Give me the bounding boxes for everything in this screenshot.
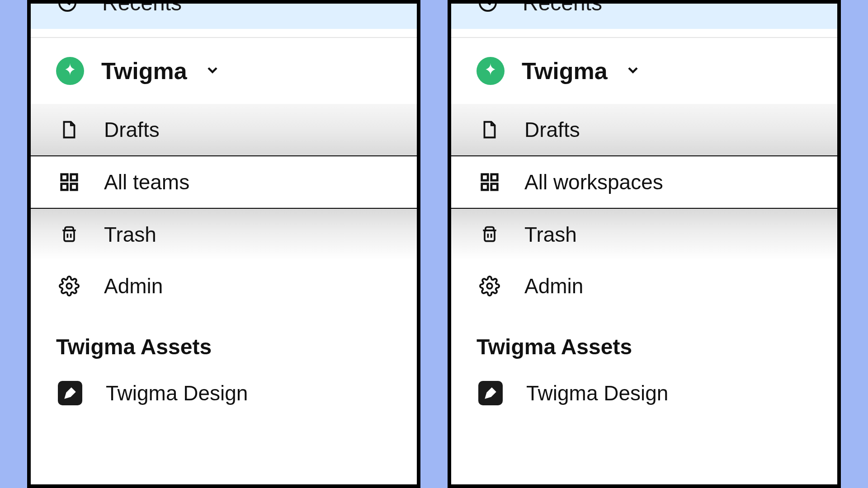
file-icon: [58, 118, 80, 141]
org-name: Twigma: [101, 57, 187, 84]
nav-item-label: Trash: [104, 222, 156, 247]
org-switcher[interactable]: Twigma: [451, 38, 837, 104]
nav-list: Drafts All teams Trash Admin: [31, 104, 417, 312]
svg-rect-1: [61, 174, 67, 180]
sidebar-panel-workspaces: Recents Twigma Drafts All workspaces: [448, 0, 841, 488]
file-icon: [478, 118, 501, 141]
nav-item-label: Recents: [102, 0, 182, 15]
org-name: Twigma: [522, 57, 608, 84]
nav-item-recents[interactable]: Recents: [451, 0, 837, 29]
section-title-assets: Twigma Assets: [451, 312, 837, 370]
nav-item-label: All teams: [104, 170, 189, 194]
nav-list: Drafts All workspaces Trash Admin: [451, 104, 837, 312]
asset-item-label: Twigma Design: [526, 381, 668, 405]
nav-item-recents[interactable]: Recents: [31, 0, 417, 29]
org-avatar: [56, 57, 84, 85]
grid-icon: [478, 171, 501, 193]
nav-item-label: Recents: [523, 0, 602, 15]
svg-rect-11: [491, 184, 497, 190]
svg-point-0: [59, 0, 75, 11]
trash-icon: [478, 223, 501, 246]
chevron-down-icon: [204, 62, 221, 80]
nav-item-admin[interactable]: Admin: [451, 260, 837, 312]
nav-item-all-teams[interactable]: All teams: [31, 156, 417, 209]
nav-item-label: Admin: [104, 274, 163, 298]
nav-item-label: Drafts: [104, 117, 160, 142]
org-avatar: [476, 57, 505, 85]
svg-rect-2: [71, 174, 77, 180]
clock-icon: [56, 0, 79, 14]
nav-item-drafts[interactable]: Drafts: [451, 104, 837, 156]
nav-item-label: Drafts: [524, 117, 580, 142]
nav-item-label: All workspaces: [524, 170, 663, 194]
pen-icon: [58, 381, 82, 405]
nav-item-label: Admin: [524, 274, 583, 298]
svg-rect-8: [482, 174, 488, 180]
spacer: [31, 29, 417, 37]
svg-point-7: [480, 0, 496, 11]
chevron-down-icon: [625, 62, 641, 80]
gear-icon: [478, 275, 501, 297]
org-switcher[interactable]: Twigma: [31, 38, 417, 104]
svg-point-6: [66, 283, 72, 289]
nav-item-trash[interactable]: Trash: [31, 209, 417, 260]
asset-item-label: Twigma Design: [106, 381, 248, 405]
asset-item[interactable]: Twigma Design: [31, 370, 417, 416]
svg-rect-3: [61, 184, 67, 190]
svg-rect-10: [482, 184, 488, 190]
grid-icon: [58, 171, 80, 193]
svg-point-13: [487, 283, 492, 289]
nav-item-all-workspaces[interactable]: All workspaces: [451, 156, 837, 209]
svg-rect-12: [485, 230, 495, 241]
nav-item-admin[interactable]: Admin: [31, 260, 417, 312]
gear-icon: [58, 275, 80, 297]
svg-rect-5: [64, 230, 74, 241]
nav-item-drafts[interactable]: Drafts: [31, 104, 417, 156]
asset-item[interactable]: Twigma Design: [451, 370, 837, 416]
svg-rect-4: [71, 184, 77, 190]
trash-icon: [58, 223, 80, 246]
pen-icon: [478, 381, 503, 405]
section-title-assets: Twigma Assets: [31, 312, 417, 370]
nav-item-trash[interactable]: Trash: [451, 209, 837, 260]
svg-rect-9: [491, 174, 497, 180]
nav-item-label: Trash: [524, 222, 577, 247]
spacer: [451, 29, 837, 37]
sidebar-panel-teams: Recents Twigma Drafts All teams: [27, 0, 420, 488]
clock-icon: [476, 0, 499, 14]
